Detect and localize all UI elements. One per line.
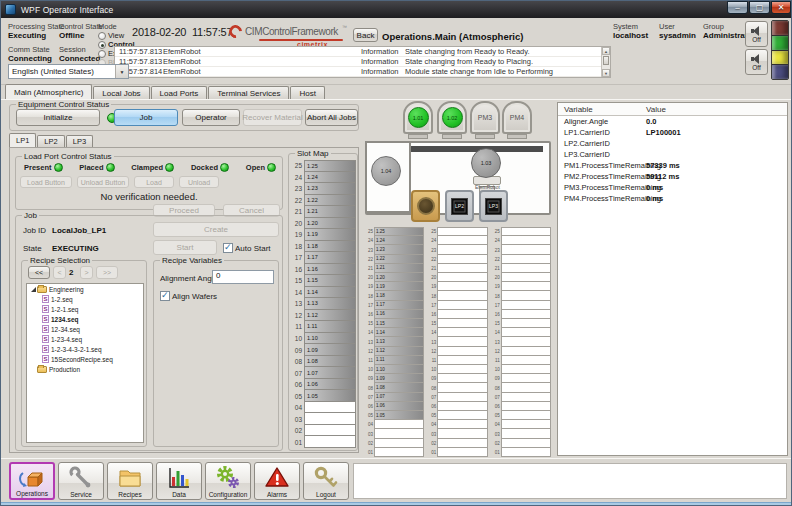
pager-next-button[interactable]: > [80, 266, 93, 279]
tab-load-ports[interactable]: Load Ports [151, 86, 208, 99]
recipe-1-2-3-4-3-2-1-seq[interactable]: S1-2-3-4-3-2-1.seq [27, 344, 143, 354]
diagram-loadport-lp2[interactable]: LP2 [445, 190, 474, 222]
event-log[interactable]: 11:57:57.813EfemRobotInformationState ch… [114, 46, 611, 78]
variable-row[interactable]: LP2.CarrierID [558, 138, 787, 149]
slot-cell[interactable]: 1.21 [374, 264, 424, 273]
slot-cell[interactable] [501, 347, 551, 356]
slot-cell[interactable] [437, 227, 487, 236]
slot-cell[interactable]: 1.11 [374, 356, 424, 365]
slot-cell[interactable]: 1.10 [374, 365, 424, 374]
slot-cell[interactable] [304, 413, 356, 425]
slot-cell[interactable] [501, 337, 551, 346]
folder-engineering[interactable]: Engineering [27, 284, 143, 294]
slot-cell[interactable] [437, 337, 487, 346]
slot-cell[interactable]: 1.24 [374, 236, 424, 245]
slot-cell[interactable] [437, 328, 487, 337]
operations-button[interactable]: Operations [9, 462, 55, 500]
slot-cell[interactable] [437, 356, 487, 365]
chamber-pm2[interactable]: 1.02 [437, 101, 467, 134]
radio-icon[interactable] [98, 41, 106, 49]
variable-row[interactable]: LP1.CarrierIDLP100001 [558, 127, 787, 138]
slot-cell[interactable] [501, 319, 551, 328]
slot-cell[interactable]: 1.18 [304, 241, 356, 253]
maximize-button[interactable]: ▢ [749, 1, 770, 14]
slot-cell[interactable] [304, 425, 356, 437]
slot-cell[interactable] [437, 374, 487, 383]
slot-cell[interactable] [437, 255, 487, 264]
chamber-pm4[interactable]: PM4 [502, 101, 532, 134]
slot-cell[interactable] [501, 310, 551, 319]
job-mode-button[interactable]: Job [114, 109, 178, 126]
unload-button-button[interactable]: Unload Button [77, 176, 129, 188]
slot-cell[interactable] [374, 439, 424, 448]
slot-cell[interactable] [501, 411, 551, 420]
create-button[interactable]: Create [153, 222, 279, 237]
chevron-down-icon[interactable]: ▼ [115, 65, 128, 78]
slot-cell[interactable] [437, 383, 487, 392]
initialize-button[interactable]: Initialize [16, 109, 100, 126]
robot-wafer[interactable]: 1.03 [471, 148, 501, 178]
slot-cell[interactable] [437, 347, 487, 356]
pager-prev-button[interactable]: < [53, 266, 66, 279]
slot-cell[interactable] [501, 245, 551, 254]
scroll-thumb[interactable] [603, 56, 609, 65]
minimize-button[interactable]: – [727, 1, 748, 14]
diagram-loadport-lp1[interactable] [411, 190, 440, 222]
recipe-tree[interactable]: EngineeringS1-2.seqS1-2-1.seqS1234.seqS1… [26, 283, 144, 443]
slot-cell[interactable]: 1.22 [374, 255, 424, 264]
slot-cell[interactable] [501, 374, 551, 383]
abort-all-jobs-button[interactable]: Abort All Jobs [305, 109, 358, 126]
start-button[interactable]: Start [153, 240, 217, 255]
data-button[interactable]: Data [156, 462, 202, 500]
slot-cell[interactable]: 1.23 [374, 245, 424, 254]
slot-cell[interactable] [437, 411, 487, 420]
operator-mode-button[interactable]: Operator [182, 109, 240, 126]
variable-row[interactable]: Aligner.Angle0.0 [558, 116, 787, 127]
slot-cell[interactable]: 1.06 [374, 402, 424, 411]
expander-icon[interactable] [30, 286, 37, 293]
recipe-15secondrecipe-seq[interactable]: S15SecondRecipe.seq [27, 354, 143, 364]
slot-cell[interactable] [501, 393, 551, 402]
language-select[interactable]: English (United States) ▼ [8, 64, 129, 79]
slot-cell[interactable]: 1.14 [304, 287, 356, 299]
slot-cell[interactable] [501, 273, 551, 282]
slot-cell[interactable]: 1.11 [304, 321, 356, 333]
log-row[interactable]: 11:57:57.813EfemRobotInformationState ch… [115, 57, 610, 67]
log-scrollbar[interactable]: ▲ ▼ [601, 47, 610, 77]
slot-cell[interactable]: 1.20 [304, 218, 356, 230]
title-bar[interactable]: WPF Operator Interface – ▢ ✕ [1, 1, 791, 18]
radio-icon[interactable] [98, 32, 106, 40]
recover-material-button[interactable]: Recover Material [243, 109, 302, 126]
slot-cell[interactable] [501, 448, 551, 457]
tab-lp1[interactable]: LP1 [9, 133, 36, 147]
auto-start-checkbox[interactable] [223, 243, 233, 253]
slot-cell[interactable] [437, 393, 487, 402]
slot-cell[interactable]: 1.12 [304, 310, 356, 322]
log-row[interactable]: 11:57:57.814EfemRobotInformationModule s… [115, 67, 610, 77]
slot-cell[interactable] [501, 439, 551, 448]
folder-production[interactable]: Production [27, 364, 143, 374]
slot-cell[interactable] [437, 273, 487, 282]
align-wafers-checkbox[interactable] [160, 291, 170, 301]
slot-cell[interactable] [501, 383, 551, 392]
slot-cell[interactable]: 1.19 [304, 229, 356, 241]
slot-cell[interactable] [501, 282, 551, 291]
slot-cell[interactable]: 1.23 [304, 183, 356, 195]
slot-cell[interactable]: 1.17 [304, 252, 356, 264]
variable-row[interactable]: PM4.ProcessTimeRemaining0 ms [558, 193, 787, 204]
slot-cell[interactable] [501, 236, 551, 245]
slot-cell[interactable] [437, 310, 487, 319]
recipe-1-2-1-seq[interactable]: S1-2-1.seq [27, 304, 143, 314]
slot-cell[interactable]: 1.05 [374, 411, 424, 420]
recipe-1234-seq[interactable]: S1234.seq [27, 314, 143, 324]
variable-row[interactable]: PM3.ProcessTimeRemaining0 ms [558, 182, 787, 193]
variable-row[interactable]: PM2.ProcessTimeRemaining59112 ms [558, 171, 787, 182]
slot-cell[interactable] [437, 291, 487, 300]
radio-icon[interactable] [98, 50, 106, 58]
slot-cell[interactable]: 1.14 [374, 328, 424, 337]
slot-cell[interactable]: 1.25 [374, 227, 424, 236]
slot-cell[interactable] [437, 264, 487, 273]
slot-cell[interactable]: 1.19 [374, 282, 424, 291]
slot-cell[interactable] [501, 291, 551, 300]
expander-icon[interactable] [30, 366, 37, 373]
